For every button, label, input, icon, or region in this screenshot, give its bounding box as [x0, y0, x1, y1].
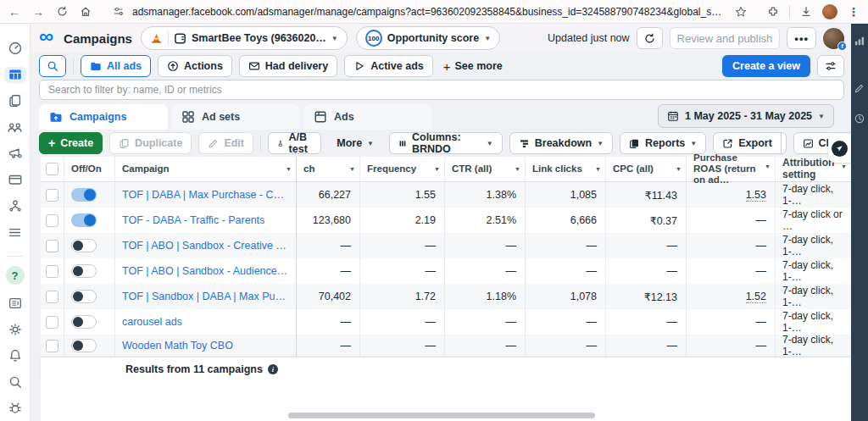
search-icon[interactable]: [4, 374, 26, 390]
tab-ads-label: Ads: [334, 111, 354, 123]
campaign-toggle[interactable]: [64, 284, 115, 309]
refresh-button[interactable]: [637, 27, 663, 49]
sidebar-item-news[interactable]: [4, 295, 26, 311]
forward-icon[interactable]: →: [31, 4, 46, 19]
bookmark-star-icon[interactable]: [733, 4, 748, 19]
column-header-frequency[interactable]: Frequency▼: [360, 157, 445, 182]
download-icon[interactable]: [798, 4, 814, 19]
settings-gear-icon[interactable]: [4, 321, 26, 337]
column-header-reach[interactable]: ch▼: [297, 157, 360, 182]
filter-had-delivery[interactable]: Had delivery: [239, 55, 337, 77]
export-button-label: Export: [738, 137, 772, 149]
select-all-checkbox[interactable]: [41, 157, 64, 182]
campaign-name-link[interactable]: TOF | ABO | Sandbox - Audience | Max Pur…: [122, 265, 289, 277]
campaign-toggle[interactable]: [64, 208, 115, 233]
cpc-cell: —: [606, 335, 687, 357]
report-bug-icon[interactable]: [4, 400, 26, 416]
campaign-name-link[interactable]: Wooden Math Toy CBO: [122, 340, 233, 352]
help-button[interactable]: ?: [4, 266, 26, 285]
notifications-bell-icon[interactable]: [4, 347, 26, 363]
filter-active-ads[interactable]: Active ads: [344, 55, 433, 77]
filter-actions[interactable]: Actions: [158, 55, 232, 77]
view-settings-button[interactable]: [817, 55, 844, 77]
chevron-down-icon: ▼: [597, 140, 604, 147]
opportunity-score-label: Opportunity score: [387, 32, 479, 44]
table-search-input[interactable]: [39, 80, 844, 100]
home-icon[interactable]: [78, 4, 93, 19]
sidebar-item-account-overview[interactable]: [4, 41, 26, 57]
reports-button[interactable]: Reports ▼: [620, 132, 706, 154]
date-range-picker[interactable]: 1 May 2025 - 31 May 2025 ▼: [658, 104, 834, 128]
site-settings-icon[interactable]: [110, 4, 125, 19]
create-button[interactable]: + Create: [39, 132, 103, 154]
play-icon: [353, 60, 365, 72]
performance-chart-icon[interactable]: [851, 32, 868, 49]
column-header-link-clicks[interactable]: Link clicks▼: [526, 157, 606, 182]
create-a-view-button[interactable]: Create a view: [722, 55, 810, 77]
column-header-purchase-roas[interactable]: Purchase ROAS (return on ad…▼: [687, 157, 776, 182]
sidebar-item-audiences[interactable]: [4, 119, 26, 136]
duplicate-button[interactable]: Duplicate: [109, 132, 192, 154]
campaign-toggle[interactable]: [64, 335, 115, 357]
campaign-toggle[interactable]: [64, 258, 115, 284]
see-more-filters[interactable]: + See more: [440, 59, 506, 74]
row-checkbox[interactable]: [41, 309, 64, 335]
sidebar-item-business-settings[interactable]: [4, 198, 26, 214]
sidebar-item-ads-reporting[interactable]: [4, 93, 26, 109]
history-clock-icon[interactable]: [851, 110, 868, 127]
campaign-toggle[interactable]: [64, 233, 115, 258]
sidebar-item-billing[interactable]: [4, 172, 26, 188]
search-filter-button[interactable]: [39, 55, 66, 77]
sidebar-item-campaigns[interactable]: [4, 67, 26, 83]
row-checkbox[interactable]: [41, 335, 64, 357]
more-options-button[interactable]: •••: [787, 27, 816, 49]
columns-button[interactable]: Columns: BRNDO ▼: [389, 132, 503, 154]
tab-ad-sets[interactable]: Ad sets: [171, 104, 300, 130]
navigation-flyout-tab[interactable]: [828, 134, 851, 163]
review-and-publish-button[interactable]: Review and publish: [670, 27, 781, 49]
address-bar[interactable]: adsmanager.facebook.com/adsmanager/manag…: [102, 3, 757, 21]
campaign-toggle[interactable]: [64, 182, 115, 208]
ad-sets-grid-icon: [181, 110, 195, 124]
browser-profile-avatar[interactable]: [822, 4, 837, 19]
ab-test-button[interactable]: A/B test: [268, 132, 321, 154]
tab-ads[interactable]: Ads: [303, 104, 432, 130]
meta-logo-icon[interactable]: ∞: [36, 28, 55, 48]
campaign-name-link[interactable]: TOF - DABA - Traffic - Parents: [122, 214, 264, 226]
scrollbar-thumb[interactable]: [288, 413, 595, 418]
column-header-campaign[interactable]: Campaign▼: [115, 157, 297, 182]
row-checkbox[interactable]: [41, 233, 64, 258]
filter-all-ads[interactable]: All ads: [81, 55, 151, 77]
chevron-down-icon: ▼: [818, 113, 825, 120]
info-icon[interactable]: i: [268, 364, 278, 374]
export-button[interactable]: Export: [714, 133, 781, 153]
export-options-button[interactable]: ▼: [781, 133, 787, 153]
campaign-name-link[interactable]: carousel ads: [122, 316, 182, 328]
edit-pencil-icon[interactable]: [851, 80, 868, 97]
campaign-name-link[interactable]: TOF | ABO | Sandbox - Creative | Max Pur…: [122, 240, 289, 252]
column-header-cpc[interactable]: CPC (all)▼: [606, 157, 687, 182]
column-header-ctr[interactable]: CTR (all)▼: [445, 157, 526, 182]
extensions-icon[interactable]: [765, 4, 781, 19]
row-checkbox[interactable]: [41, 284, 64, 309]
breakdown-button[interactable]: Breakdown ▼: [509, 132, 613, 154]
user-avatar[interactable]: f: [823, 28, 844, 49]
back-icon[interactable]: ←: [7, 4, 22, 19]
tab-campaigns[interactable]: Campaigns: [39, 104, 168, 130]
opportunity-score[interactable]: 100 Opportunity score ▼: [356, 26, 500, 50]
row-checkbox[interactable]: [41, 208, 64, 233]
campaign-name-link[interactable]: TOF | DABA | Max Purchase - Campaign: [122, 189, 289, 201]
campaign-toggle[interactable]: [64, 309, 115, 335]
browser-menu-icon[interactable]: ⋮: [846, 4, 861, 19]
sidebar-item-advertising-settings[interactable]: [4, 146, 26, 162]
campaign-name-link[interactable]: TOF | Sandbox | DABA | Max Purchase - Ca…: [122, 291, 289, 302]
edit-button[interactable]: Edit: [198, 132, 253, 154]
more-button[interactable]: More ▼: [328, 132, 382, 154]
filter-divider: [73, 58, 74, 74]
row-checkbox[interactable]: [41, 258, 64, 284]
all-tools-menu-icon[interactable]: [4, 224, 26, 241]
reload-icon[interactable]: [54, 4, 70, 19]
account-selector[interactable]: SmartBee Toys (9636020… ▼: [141, 26, 348, 50]
row-checkbox[interactable]: [41, 182, 64, 208]
table-row: TOF - DABA - Traffic - Parents 123,680 2…: [41, 208, 851, 233]
